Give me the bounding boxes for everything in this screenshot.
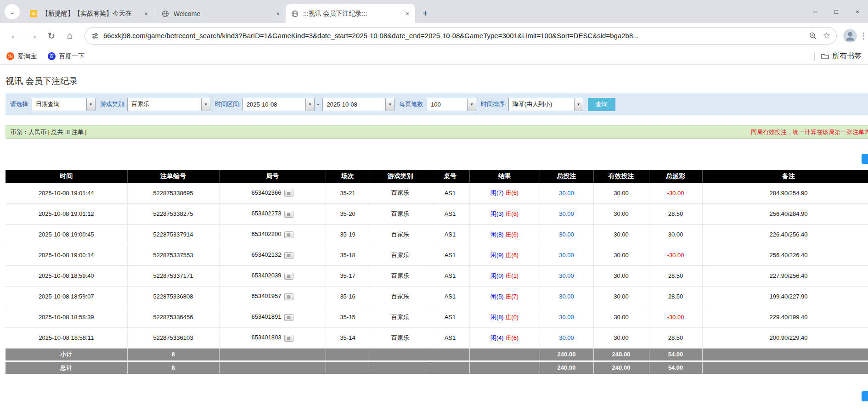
dropdown-arrow-icon[interactable]: ▼	[86, 98, 96, 111]
maximize-button[interactable]: □	[826, 0, 847, 23]
new-tab-button[interactable]: +	[419, 7, 432, 20]
round-number: 653402273	[251, 210, 281, 217]
chevron-down-icon: ⌄	[9, 8, 15, 16]
total-bet-value[interactable]: 30.00	[559, 231, 574, 238]
result-player: 闲(7)	[490, 189, 504, 196]
site-settings-icon[interactable]	[91, 32, 99, 39]
header-game: 游戏类别	[370, 170, 431, 183]
bookmark-star-icon[interactable]: ☆	[820, 29, 834, 43]
dropdown-arrow-icon[interactable]: ▼	[385, 98, 395, 111]
tab-close-icon[interactable]: ×	[403, 10, 411, 18]
cell-game: 百家乐	[370, 327, 431, 348]
home-button[interactable]: ⌂	[62, 28, 78, 44]
roadmap-icon[interactable]: ▦	[284, 273, 293, 280]
search-button[interactable]: 查询	[588, 98, 615, 111]
total-bet-value[interactable]: 30.00	[559, 252, 574, 259]
cell-round: 653402132▦	[219, 245, 326, 265]
roadmap-icon[interactable]: ▦	[284, 211, 293, 218]
cell-valid-bet: 30.00	[593, 286, 649, 307]
result-player: 闲(9)	[490, 252, 504, 259]
browser-tab-betrecord-active[interactable]: :::视讯 会员下注纪录::: ×	[286, 4, 415, 23]
dropdown-arrow-icon[interactable]: ▼	[574, 98, 583, 111]
payout-value: 28.50	[668, 210, 683, 217]
tab-title: 【新提醒】【实战有奖】今天在	[42, 10, 139, 18]
cell-bet-id: 522875337914	[127, 224, 219, 245]
round-number: 653402366	[251, 189, 281, 196]
url-text[interactable]: 66cxkj98.com/game/betrecord_search/kind3…	[103, 32, 806, 39]
dropdown-arrow-icon[interactable]: ▼	[467, 98, 476, 111]
roadmap-icon[interactable]: ▦	[284, 252, 293, 259]
page-size-select[interactable]: 100 ▼	[427, 98, 476, 111]
floating-scroll-button-bottom[interactable]	[862, 391, 868, 401]
browser-tab-welcome[interactable]: Welcome ×	[156, 4, 286, 23]
refresh-button[interactable]: ↻	[43, 28, 60, 44]
all-bookmarks-button[interactable]: 所有书签	[814, 51, 862, 61]
total-bet-value[interactable]: 30.00	[559, 314, 574, 321]
sort-select[interactable]: 降幂(由大到小) ▼	[508, 98, 583, 111]
cell-round: 653401803▦	[219, 327, 326, 348]
dropdown-arrow-icon[interactable]: ▼	[201, 98, 210, 111]
forward-button[interactable]: →	[25, 28, 41, 44]
cell-table-no: AS1	[431, 183, 469, 203]
total-bet-value[interactable]: 30.00	[559, 190, 574, 197]
game-type-select[interactable]: 百家乐 ▼	[127, 98, 210, 111]
total-bet-value[interactable]: 30.00	[559, 293, 574, 300]
browser-menu-icon[interactable]: ⋮	[859, 28, 868, 44]
cell-remark: 256.40/226.40	[702, 245, 868, 265]
tab-close-icon[interactable]: ×	[142, 10, 150, 18]
cell-remark: 229.40/199.40	[702, 307, 868, 327]
dropdown-arrow-icon[interactable]: ▼	[305, 98, 315, 111]
round-number: 653401957	[251, 293, 281, 299]
cell-session: 35-20	[326, 203, 370, 224]
total-bet-value[interactable]: 30.00	[559, 272, 574, 279]
mail-glyph: ✉	[32, 11, 35, 16]
tab-separator	[155, 9, 155, 18]
total-count: 8	[127, 361, 219, 374]
subtotal-count: 8	[127, 348, 219, 361]
date-start-select[interactable]: 2025-10-08 ▼	[242, 98, 315, 111]
cell-remark: 199.40/227.90	[702, 286, 868, 307]
cell-session: 35-21	[326, 183, 370, 203]
cell-bet-id: 522875338695	[127, 183, 219, 203]
query-type-value: 日期查询	[32, 98, 86, 111]
bookmark-taobao[interactable]: 淘 爱淘宝	[6, 52, 37, 61]
date-end-value: 2025-10-08	[322, 98, 385, 111]
result-banker: 庄(6)	[505, 231, 519, 238]
total-bet-value[interactable]: 30.00	[559, 334, 574, 341]
minimize-button[interactable]: ─	[805, 0, 826, 23]
roadmap-icon[interactable]: ▦	[284, 314, 293, 321]
cell-remark: 256.40/284.90	[702, 203, 868, 224]
subtotal-valid-bet: 240.00	[593, 348, 649, 361]
header-remark: 备注	[702, 170, 868, 183]
zoom-icon[interactable]	[806, 29, 820, 43]
cell-remark: 226.40/256.40	[702, 224, 868, 245]
date-end-select[interactable]: 2025-10-08 ▼	[322, 98, 395, 111]
cell-session: 35-15	[326, 307, 370, 327]
bookmark-baidu[interactable]: 百 百度一下	[48, 52, 85, 61]
page-size-label: 每页笔数:	[399, 100, 425, 108]
cell-result: 闲(0) 庄(1)	[469, 265, 540, 286]
cell-valid-bet: 30.00	[593, 203, 649, 224]
total-bet-value[interactable]: 30.00	[559, 210, 574, 217]
profile-avatar[interactable]	[843, 29, 857, 43]
total-payout: 54.00	[649, 361, 702, 374]
back-button[interactable]: ←	[6, 28, 23, 44]
roadmap-icon[interactable]: ▦	[284, 231, 293, 238]
browser-tab-forum[interactable]: ✉ 【新提醒】【实战有奖】今天在 ×	[24, 4, 154, 23]
tab-search-button[interactable]: ⌄	[5, 4, 20, 19]
cell-valid-bet: 30.00	[593, 245, 649, 265]
header-table-no: 桌号	[431, 170, 469, 183]
tab-close-icon[interactable]: ×	[274, 10, 282, 18]
result-player: 闲(8)	[490, 231, 504, 238]
roadmap-icon[interactable]: ▦	[284, 335, 293, 342]
cell-game: 百家乐	[370, 183, 431, 203]
floating-scroll-button-top[interactable]	[862, 154, 868, 164]
subtotal-row: 小计 8 240.00 240.00 54.00	[6, 348, 868, 361]
roadmap-icon[interactable]: ▦	[284, 293, 293, 300]
close-button[interactable]: ×	[847, 0, 868, 23]
address-bar[interactable]: 66cxkj98.com/game/betrecord_search/kind3…	[85, 27, 837, 45]
query-type-select[interactable]: 日期查询 ▼	[32, 98, 96, 111]
cell-result: 闲(5) 庄(7)	[469, 286, 540, 307]
mail-favicon-icon: ✉	[30, 10, 37, 17]
roadmap-icon[interactable]: ▦	[284, 190, 293, 197]
